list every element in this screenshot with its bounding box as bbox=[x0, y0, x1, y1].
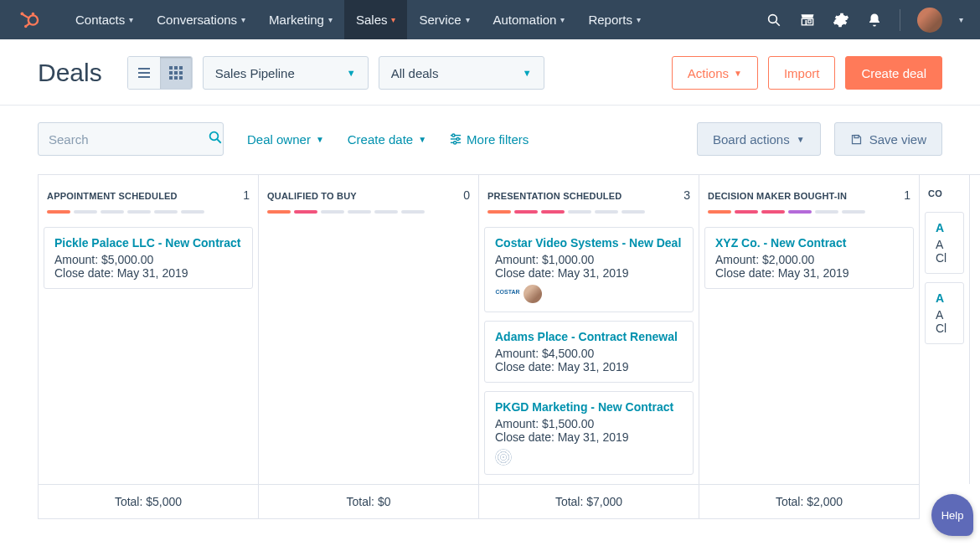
deal-amount: Amount: $1,500.00 bbox=[495, 417, 683, 430]
deal-title: Adams Place - Contract Renewal bbox=[495, 330, 683, 343]
nav-item-service[interactable]: Service▾ bbox=[407, 0, 481, 39]
svg-line-25 bbox=[217, 139, 221, 143]
deal-close-date: Cl bbox=[936, 322, 953, 335]
board-column: QUALIFIED TO BUY0 bbox=[259, 175, 479, 484]
deals-board: APPOINTMENT SCHEDULED1Pickle Palace LLC … bbox=[38, 174, 980, 484]
create-deal-button[interactable]: Create deal bbox=[845, 56, 942, 90]
pipeline-select[interactable]: Sales Pipeline ▼ bbox=[203, 56, 369, 90]
deal-title: A bbox=[936, 221, 953, 234]
deal-title: Pickle Palace LLC - New Contract bbox=[54, 236, 242, 250]
search-input[interactable] bbox=[49, 132, 208, 147]
actions-button[interactable]: Actions ▼ bbox=[672, 56, 758, 90]
svg-rect-11 bbox=[808, 20, 811, 23]
svg-line-8 bbox=[776, 22, 780, 26]
deal-card[interactable]: AACl bbox=[925, 282, 964, 344]
stage-progress bbox=[708, 210, 910, 214]
board-view-button[interactable] bbox=[160, 57, 192, 89]
column-title: PRESENTATION SCHEDULED bbox=[487, 191, 622, 201]
chevron-down-icon: ▾ bbox=[328, 15, 333, 24]
deal-card[interactable]: XYZ Co. - New ContractAmount: $2,000.00C… bbox=[704, 227, 914, 289]
divider bbox=[900, 9, 900, 31]
marketplace-icon[interactable] bbox=[799, 12, 816, 28]
stage-progress bbox=[47, 210, 250, 214]
search-icon[interactable] bbox=[208, 130, 223, 148]
deal-amount: Amount: $4,500.00 bbox=[495, 347, 683, 360]
pipeline-value: Sales Pipeline bbox=[215, 66, 295, 80]
chevron-down-icon: ▾ bbox=[637, 15, 641, 24]
column-count: 3 bbox=[683, 188, 690, 202]
chevron-down-icon: ▾ bbox=[466, 15, 470, 24]
svg-point-31 bbox=[454, 142, 456, 144]
save-view-button[interactable]: Save view bbox=[834, 122, 942, 156]
deal-close-date: Close date: May 31, 2019 bbox=[54, 266, 242, 280]
more-filters-button[interactable]: More filters bbox=[450, 132, 529, 147]
svg-rect-19 bbox=[174, 71, 178, 75]
svg-point-7 bbox=[769, 14, 777, 23]
stage-progress bbox=[487, 210, 690, 214]
svg-point-24 bbox=[210, 132, 219, 141]
hubspot-logo[interactable] bbox=[17, 8, 40, 32]
column-title: QUALIFIED TO BUY bbox=[267, 191, 357, 201]
list-view-button[interactable] bbox=[128, 57, 160, 89]
board-column: DECISION MAKER BOUGHT-IN1XYZ Co. - New C… bbox=[699, 175, 920, 484]
nav-item-contacts[interactable]: Contacts▾ bbox=[64, 0, 145, 39]
deal-card[interactable]: Pickle Palace LLC - New ContractAmount: … bbox=[44, 227, 253, 289]
nav-item-reports[interactable]: Reports▾ bbox=[576, 0, 652, 39]
deal-close-date: Close date: May 31, 2019 bbox=[495, 360, 683, 373]
deal-amount: A bbox=[936, 238, 953, 251]
deal-amount: A bbox=[936, 308, 953, 322]
deal-card[interactable]: AACl bbox=[925, 212, 964, 274]
chevron-down-icon: ▾ bbox=[391, 15, 395, 24]
deal-card[interactable]: PKGD Marketing - New ContractAmount: $1,… bbox=[484, 391, 694, 475]
deal-close-date: Close date: May 31, 2019 bbox=[495, 266, 683, 280]
column-count: 0 bbox=[463, 188, 470, 202]
create-date-filter[interactable]: Create date▼ bbox=[348, 132, 426, 147]
deal-amount: Amount: $1,000.00 bbox=[495, 253, 683, 266]
nav-item-marketing[interactable]: Marketing▾ bbox=[257, 0, 344, 39]
deal-close-date: Close date: May 31, 2019 bbox=[715, 266, 903, 280]
nav-item-sales[interactable]: Sales▾ bbox=[344, 0, 408, 39]
svg-rect-18 bbox=[169, 71, 173, 75]
deal-avatars: COSTAR bbox=[495, 285, 683, 303]
deal-card[interactable]: Costar Video Systems - New DealAmount: $… bbox=[484, 227, 694, 312]
column-total: Total: $2,000 bbox=[699, 484, 920, 519]
column-total: Total: $5,000 bbox=[39, 484, 259, 519]
column-total: Total: $0 bbox=[259, 484, 479, 519]
filter-bar: Deal owner▼ Create date▼ More filters Bo… bbox=[0, 106, 980, 174]
page-title: Deals bbox=[38, 59, 102, 87]
top-nav: Contacts▾Conversations▾Marketing▾Sales▾S… bbox=[0, 0, 980, 39]
deal-title: PKGD Marketing - New Contract bbox=[495, 400, 683, 414]
board-footer: Total: $5,000Total: $0Total: $7,000Total… bbox=[38, 484, 980, 519]
page-header: Deals Sales Pipeline ▼ All deals ▼ Actio… bbox=[0, 39, 980, 106]
svg-rect-10 bbox=[806, 20, 807, 25]
svg-rect-32 bbox=[854, 135, 859, 137]
deals-filter-select[interactable]: All deals ▼ bbox=[379, 56, 544, 90]
chevron-down-icon: ▾ bbox=[241, 15, 245, 24]
svg-rect-23 bbox=[179, 76, 183, 80]
user-avatar[interactable] bbox=[917, 8, 942, 33]
svg-rect-21 bbox=[169, 76, 173, 80]
svg-point-29 bbox=[456, 137, 459, 140]
deal-title: A bbox=[936, 291, 953, 305]
deal-card[interactable]: Adams Place - Contract RenewalAmount: $4… bbox=[484, 321, 694, 383]
svg-rect-20 bbox=[179, 71, 183, 75]
board-column: APPOINTMENT SCHEDULED1Pickle Palace LLC … bbox=[39, 175, 259, 484]
chevron-down-icon: ▾ bbox=[560, 15, 565, 24]
deal-owner-filter[interactable]: Deal owner▼ bbox=[247, 132, 324, 147]
nav-item-automation[interactable]: Automation▾ bbox=[482, 0, 577, 39]
gear-icon[interactable] bbox=[833, 12, 849, 28]
search-icon[interactable] bbox=[766, 12, 782, 28]
chevron-down-icon: ▼ bbox=[347, 68, 356, 78]
deal-amount: Amount: $2,000.00 bbox=[715, 253, 903, 266]
import-button[interactable]: Import bbox=[768, 56, 836, 90]
svg-line-6 bbox=[27, 23, 30, 25]
search-input-wrapper bbox=[38, 122, 224, 156]
help-button[interactable]: Help bbox=[931, 494, 973, 536]
deal-title: Costar Video Systems - New Deal bbox=[495, 236, 683, 250]
svg-point-1 bbox=[32, 12, 34, 14]
board-actions-button[interactable]: Board actions▼ bbox=[697, 122, 821, 156]
nav-item-conversations[interactable]: Conversations▾ bbox=[145, 0, 257, 39]
column-count: 1 bbox=[904, 188, 910, 202]
bell-icon[interactable] bbox=[866, 12, 883, 28]
board-column: COAAClAACl bbox=[920, 175, 970, 484]
